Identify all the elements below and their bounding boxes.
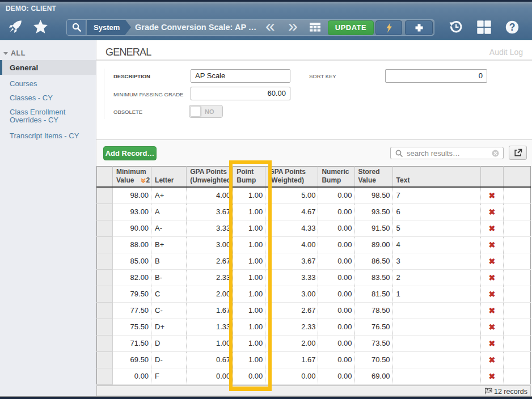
- svg-text:?: ?: [509, 22, 516, 33]
